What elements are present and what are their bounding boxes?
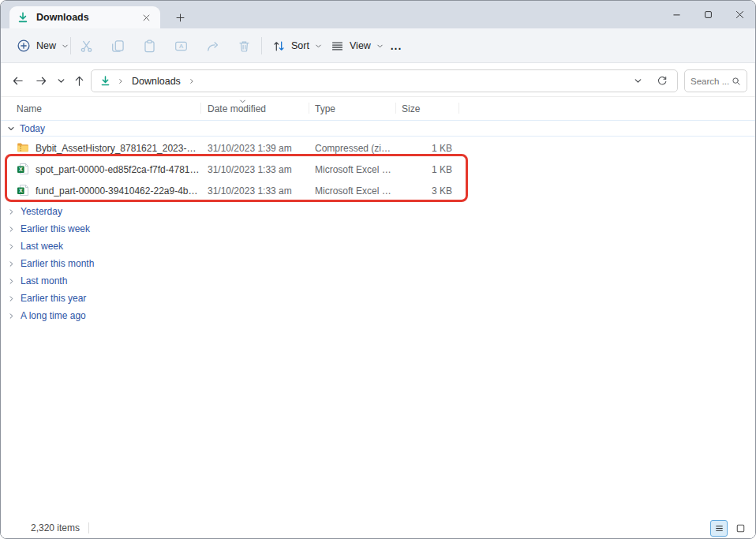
group-header-earlier-this-month[interactable]: Earlier this month [1,255,755,272]
download-icon [99,75,111,87]
view-button-label: View [350,40,371,51]
file-row-zip[interactable]: Bybit_AssetHistory_8781621_2023-01-01_20… [1,137,755,159]
plus-circle-icon [17,39,31,53]
file-size: 3 KB [384,185,452,197]
svg-text:X: X [19,188,23,193]
refresh-icon[interactable] [657,76,668,87]
view-button[interactable]: View [326,34,388,58]
forward-button[interactable] [31,70,51,91]
group-header-earlier-this-year[interactable]: Earlier this year [1,290,755,307]
status-divider [88,522,89,533]
file-list: Name Date modified Type Size Today Bybit… [1,97,755,518]
chevron-down-icon [315,43,322,50]
chevron-right-icon [8,313,15,320]
column-header-type[interactable]: Type [315,103,335,114]
chevron-right-icon [8,260,15,268]
column-resize-handle[interactable] [309,103,309,114]
file-row-spot-csv[interactable]: X spot_part-00000-ed85f2ca-f7fd-4781-a3e… [1,159,755,180]
excel-file-icon: X [17,163,29,175]
chevron-down-icon [376,43,384,50]
see-more-button[interactable]: ... [384,34,408,58]
column-resize-handle[interactable] [200,103,201,114]
svg-text:X: X [19,167,23,172]
group-header-today[interactable]: Today [1,120,755,137]
group-label: Earlier this week [21,223,90,234]
excel-file-icon: X [17,184,29,197]
up-button[interactable] [69,70,89,91]
toolbar-divider [261,37,262,54]
group-header-last-month[interactable]: Last month [1,272,755,290]
back-button[interactable] [7,70,28,91]
file-explorer-window: Downloads New [0,0,756,539]
window-controls [661,1,755,28]
group-label: Yesterday [21,206,62,217]
search-box[interactable] [684,69,747,92]
view-lines-icon [331,39,344,53]
file-date-modified: 31/10/2023 1:39 am [208,143,292,154]
new-button[interactable]: New [12,34,73,58]
paste-button[interactable] [135,34,163,58]
column-header-date-modified[interactable]: Date modified [208,103,266,114]
search-icon [732,77,741,86]
delete-button[interactable] [230,34,258,58]
copy-button[interactable] [103,34,132,58]
chevron-right-icon [8,278,15,285]
thumbnails-view-button[interactable] [732,520,748,537]
column-resize-handle[interactable] [458,103,459,114]
svg-text:A: A [178,43,183,50]
column-resize-handle[interactable] [395,103,396,114]
chevron-right-icon [189,78,195,84]
file-date-modified: 31/10/2023 1:33 am [208,185,292,197]
rename-button[interactable]: A [167,34,195,58]
group-label: Earlier this month [21,258,94,269]
minimize-button[interactable] [661,1,692,28]
file-name: Bybit_AssetHistory_8781621_2023-01-01_20… [36,143,200,154]
maximize-button[interactable] [692,1,724,28]
file-size: 1 KB [384,143,452,154]
status-bar: 2,320 items [1,518,755,538]
chevron-right-icon [8,226,15,233]
address-bar[interactable]: Downloads [91,69,678,92]
cut-button[interactable] [72,34,100,58]
share-button[interactable] [198,34,226,58]
sort-button[interactable]: Sort [268,34,327,58]
group-label: A long time ago [21,310,86,321]
chevron-right-icon [8,295,15,302]
close-button[interactable] [724,1,755,28]
tab-downloads[interactable]: Downloads [9,6,160,28]
tab-close-icon[interactable] [139,10,153,24]
breadcrumb-downloads[interactable]: Downloads [130,74,182,88]
titlebar: Downloads [1,1,755,28]
download-icon [17,11,29,24]
group-header-a-long-time-ago[interactable]: A long time ago [1,307,755,324]
details-view-button[interactable] [710,520,728,537]
address-dropdown-chevron-icon[interactable] [634,77,642,85]
group-header-earlier-this-week[interactable]: Earlier this week [1,220,755,238]
group-label: Last week [21,241,63,252]
column-header-size[interactable]: Size [402,103,420,114]
search-input[interactable] [691,77,732,86]
group-label-today: Today [20,123,45,134]
sort-descending-chevron-icon [239,98,246,105]
new-button-label: New [36,40,56,51]
column-header-name[interactable]: Name [17,103,42,114]
chevron-down-icon [7,125,15,133]
file-type: Microsoft Excel Com... [315,164,394,175]
file-date-modified: 31/10/2023 1:33 am [208,164,292,175]
group-label: Last month [21,275,67,286]
file-row-fund-csv[interactable]: X fund_part-00000-39410462-22a9-4b75-afb… [1,180,755,201]
chevron-down-icon [62,43,69,50]
navigation-bar: Downloads [1,63,755,97]
items-count: 2,320 items [31,522,80,533]
zip-folder-icon [17,141,29,154]
tab-title: Downloads [36,12,139,23]
group-header-last-week[interactable]: Last week [1,238,755,255]
file-type: Compressed (zipped)... [315,143,394,154]
file-size: 1 KB [384,164,452,175]
group-label: Earlier this year [21,293,86,304]
new-tab-button[interactable] [171,9,189,26]
group-header-yesterday[interactable]: Yesterday [1,203,755,220]
chevron-right-icon [8,208,15,215]
sort-button-label: Sort [291,40,309,51]
file-type: Microsoft Excel Com... [315,185,394,197]
